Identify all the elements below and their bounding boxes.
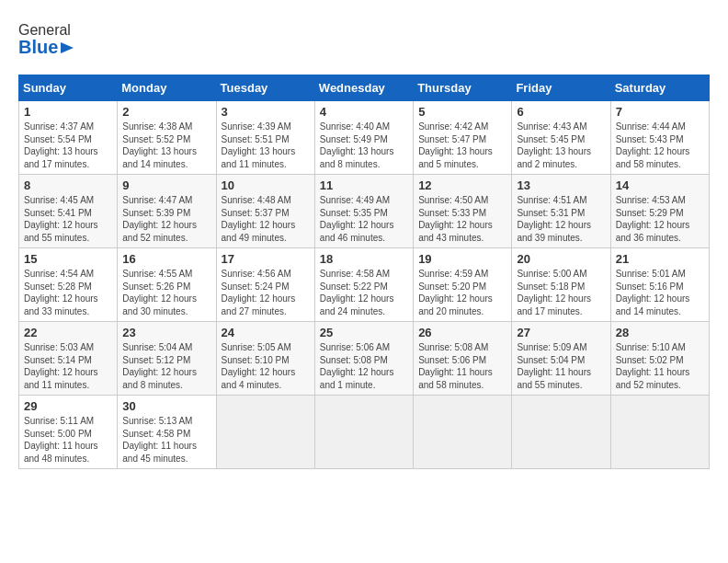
day-number: 24 [222, 326, 310, 339]
day-number: 18 [320, 252, 408, 266]
day-number: 21 [616, 252, 704, 266]
day-number: 30 [122, 399, 210, 413]
calendar-header-row: SundayMondayTuesdayWednesdayThursdayFrid… [19, 75, 710, 101]
calendar-day-cell: 19Sunrise: 4:59 AMSunset: 5:20 PMDayligh… [414, 248, 512, 322]
day-info: Sunrise: 5:04 AMSunset: 5:12 PMDaylight:… [122, 341, 210, 391]
day-of-week-header: Friday [512, 75, 610, 101]
calendar-day-cell: 20Sunrise: 5:00 AMSunset: 5:18 PMDayligh… [512, 248, 610, 322]
day-number: 22 [24, 326, 112, 339]
day-number: 19 [418, 252, 506, 266]
day-info: Sunrise: 5:08 AMSunset: 5:06 PMDaylight:… [418, 341, 506, 391]
calendar-day-cell: 15Sunrise: 4:54 AMSunset: 5:28 PMDayligh… [19, 248, 118, 322]
calendar-table: SundayMondayTuesdayWednesdayThursdayFrid… [18, 75, 710, 469]
day-info: Sunrise: 5:09 AMSunset: 5:04 PMDaylight:… [517, 341, 605, 391]
calendar-day-cell: 13Sunrise: 4:51 AMSunset: 5:31 PMDayligh… [512, 175, 610, 248]
calendar-day-cell: 24Sunrise: 5:05 AMSunset: 5:10 PMDayligh… [216, 322, 314, 396]
day-number: 16 [122, 252, 210, 266]
day-number: 4 [320, 105, 408, 119]
calendar-week-row: 15Sunrise: 4:54 AMSunset: 5:28 PMDayligh… [19, 248, 710, 322]
day-info: Sunrise: 5:06 AMSunset: 5:08 PMDaylight:… [320, 341, 408, 391]
calendar-day-cell [610, 396, 709, 469]
calendar-day-cell: 21Sunrise: 5:01 AMSunset: 5:16 PMDayligh… [610, 248, 709, 322]
day-info: Sunrise: 4:56 AMSunset: 5:24 PMDaylight:… [222, 268, 310, 317]
calendar-day-cell [216, 396, 314, 469]
day-number: 15 [24, 252, 112, 266]
calendar-day-cell: 16Sunrise: 4:55 AMSunset: 5:26 PMDayligh… [118, 248, 216, 322]
day-info: Sunrise: 5:01 AMSunset: 5:16 PMDaylight:… [616, 268, 704, 317]
day-number: 13 [517, 178, 605, 192]
day-number: 6 [517, 105, 605, 119]
calendar-week-row: 8Sunrise: 4:45 AMSunset: 5:41 PMDaylight… [19, 175, 710, 248]
calendar-week-row: 1Sunrise: 4:37 AMSunset: 5:54 PMDaylight… [19, 101, 710, 175]
calendar-day-cell: 1Sunrise: 4:37 AMSunset: 5:54 PMDaylight… [19, 101, 118, 175]
day-of-week-header: Sunday [19, 75, 118, 101]
calendar-day-cell [414, 396, 512, 469]
svg-text:General: General [18, 22, 71, 38]
day-info: Sunrise: 4:48 AMSunset: 5:37 PMDaylight:… [222, 194, 310, 244]
calendar-day-cell: 11Sunrise: 4:49 AMSunset: 5:35 PMDayligh… [314, 175, 413, 248]
calendar-day-cell: 25Sunrise: 5:06 AMSunset: 5:08 PMDayligh… [314, 322, 413, 396]
calendar-day-cell: 27Sunrise: 5:09 AMSunset: 5:04 PMDayligh… [512, 322, 610, 396]
day-info: Sunrise: 4:54 AMSunset: 5:28 PMDaylight:… [24, 268, 112, 317]
day-number: 8 [24, 178, 112, 192]
calendar-day-cell: 30Sunrise: 5:13 AMSunset: 4:58 PMDayligh… [118, 396, 216, 469]
day-info: Sunrise: 4:47 AMSunset: 5:39 PMDaylight:… [122, 194, 210, 244]
calendar-day-cell: 2Sunrise: 4:38 AMSunset: 5:52 PMDaylight… [118, 101, 216, 175]
day-info: Sunrise: 4:58 AMSunset: 5:22 PMDaylight:… [320, 268, 408, 317]
day-info: Sunrise: 4:42 AMSunset: 5:47 PMDaylight:… [418, 121, 506, 170]
day-info: Sunrise: 4:49 AMSunset: 5:35 PMDaylight:… [320, 194, 408, 244]
day-of-week-header: Monday [118, 75, 216, 101]
calendar-day-cell: 8Sunrise: 4:45 AMSunset: 5:41 PMDaylight… [19, 175, 118, 248]
calendar-day-cell: 6Sunrise: 4:43 AMSunset: 5:45 PMDaylight… [512, 101, 610, 175]
calendar-day-cell [314, 396, 413, 469]
day-info: Sunrise: 4:40 AMSunset: 5:49 PMDaylight:… [320, 121, 408, 170]
logo: GeneralBlue [18, 18, 92, 60]
day-number: 11 [320, 178, 408, 192]
day-of-week-header: Wednesday [314, 75, 413, 101]
day-info: Sunrise: 4:44 AMSunset: 5:43 PMDaylight:… [616, 121, 704, 170]
page-header: GeneralBlue [18, 18, 710, 60]
calendar-body: 1Sunrise: 4:37 AMSunset: 5:54 PMDaylight… [19, 101, 710, 469]
calendar-day-cell: 26Sunrise: 5:08 AMSunset: 5:06 PMDayligh… [414, 322, 512, 396]
day-number: 9 [122, 178, 210, 192]
day-number: 2 [122, 105, 210, 119]
day-info: Sunrise: 4:51 AMSunset: 5:31 PMDaylight:… [517, 194, 605, 244]
calendar-day-cell: 4Sunrise: 4:40 AMSunset: 5:49 PMDaylight… [314, 101, 413, 175]
logo-icon: GeneralBlue [18, 18, 92, 60]
calendar-day-cell: 5Sunrise: 4:42 AMSunset: 5:47 PMDaylight… [414, 101, 512, 175]
day-info: Sunrise: 4:53 AMSunset: 5:29 PMDaylight:… [616, 194, 704, 244]
day-info: Sunrise: 4:39 AMSunset: 5:51 PMDaylight:… [222, 121, 310, 170]
calendar-week-row: 22Sunrise: 5:03 AMSunset: 5:14 PMDayligh… [19, 322, 710, 396]
calendar-day-cell: 9Sunrise: 4:47 AMSunset: 5:39 PMDaylight… [118, 175, 216, 248]
calendar-day-cell: 22Sunrise: 5:03 AMSunset: 5:14 PMDayligh… [19, 322, 118, 396]
day-info: Sunrise: 5:00 AMSunset: 5:18 PMDaylight:… [517, 268, 605, 317]
day-info: Sunrise: 5:13 AMSunset: 4:58 PMDaylight:… [122, 415, 210, 465]
day-info: Sunrise: 4:45 AMSunset: 5:41 PMDaylight:… [24, 194, 112, 244]
day-info: Sunrise: 5:05 AMSunset: 5:10 PMDaylight:… [222, 341, 310, 391]
day-number: 25 [320, 326, 408, 339]
day-info: Sunrise: 4:50 AMSunset: 5:33 PMDaylight:… [418, 194, 506, 244]
day-number: 7 [616, 105, 704, 119]
day-of-week-header: Saturday [610, 75, 709, 101]
calendar-day-cell: 18Sunrise: 4:58 AMSunset: 5:22 PMDayligh… [314, 248, 413, 322]
day-number: 1 [24, 105, 112, 119]
day-number: 28 [616, 326, 704, 339]
day-info: Sunrise: 4:55 AMSunset: 5:26 PMDaylight:… [122, 268, 210, 317]
day-number: 23 [122, 326, 210, 339]
day-info: Sunrise: 4:38 AMSunset: 5:52 PMDaylight:… [122, 121, 210, 170]
calendar-week-row: 29Sunrise: 5:11 AMSunset: 5:00 PMDayligh… [19, 396, 710, 469]
calendar-day-cell [512, 396, 610, 469]
day-number: 29 [24, 399, 112, 413]
calendar-day-cell: 23Sunrise: 5:04 AMSunset: 5:12 PMDayligh… [118, 322, 216, 396]
day-info: Sunrise: 5:11 AMSunset: 5:00 PMDaylight:… [24, 415, 112, 465]
day-number: 17 [222, 252, 310, 266]
day-number: 3 [222, 105, 310, 119]
calendar-day-cell: 12Sunrise: 4:50 AMSunset: 5:33 PMDayligh… [414, 175, 512, 248]
day-number: 26 [418, 326, 506, 339]
day-number: 14 [616, 178, 704, 192]
day-number: 20 [517, 252, 605, 266]
calendar-day-cell: 10Sunrise: 4:48 AMSunset: 5:37 PMDayligh… [216, 175, 314, 248]
calendar-day-cell: 3Sunrise: 4:39 AMSunset: 5:51 PMDaylight… [216, 101, 314, 175]
calendar-day-cell: 28Sunrise: 5:10 AMSunset: 5:02 PMDayligh… [610, 322, 709, 396]
svg-marker-2 [61, 42, 74, 53]
